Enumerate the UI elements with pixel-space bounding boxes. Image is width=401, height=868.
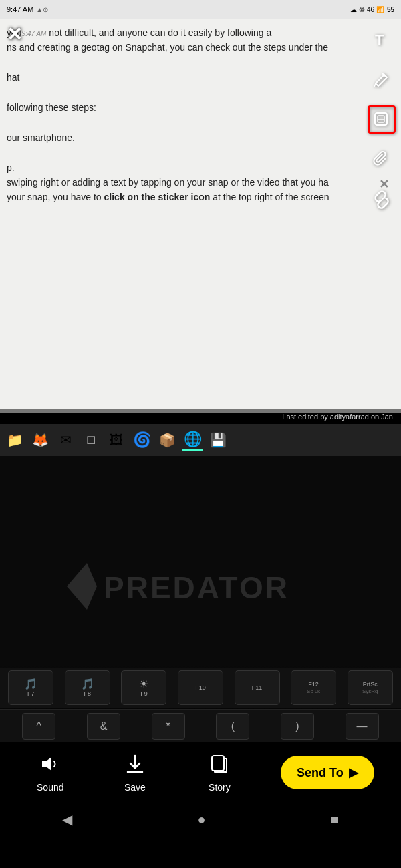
right-toolbar: T bbox=[368, 25, 396, 214]
taskbar-folder2-icon[interactable]: 📦 bbox=[156, 429, 178, 451]
asterisk-key[interactable]: * bbox=[152, 713, 185, 740]
svg-text:PREDATOR: PREDATOR bbox=[104, 570, 289, 605]
text-line-8: swiping right or adding a text by tappin… bbox=[7, 177, 329, 188]
status-icons-left: ▲⊙ bbox=[36, 6, 48, 13]
nav-home-button[interactable]: ● bbox=[197, 812, 205, 827]
send-to-label: Send To bbox=[297, 766, 344, 780]
status-icons-right: ☁ ⑩ 46 📶 55 bbox=[350, 6, 394, 13]
send-to-button[interactable]: Send To ▶ bbox=[281, 756, 374, 789]
taskbar-mail-icon[interactable]: ✉ bbox=[55, 429, 76, 451]
link-tool-icon[interactable] bbox=[368, 186, 396, 214]
f12-key[interactable]: F12 Sc Lk bbox=[291, 670, 336, 705]
save-icon-svg bbox=[124, 753, 146, 775]
nav-recent-button[interactable]: ■ bbox=[330, 812, 338, 827]
function-key-row: 🎵 F7 🎵 F8 ☀ F9 F10 F11 F12 Sc Lk PrtSc S… bbox=[0, 668, 401, 708]
text-line-4: hat bbox=[7, 72, 19, 83]
svg-marker-6 bbox=[67, 563, 97, 610]
prtsc-sublabel: SysRq bbox=[362, 688, 378, 694]
text-line-11: at the top right of the screen bbox=[210, 192, 329, 202]
sticker-tool-icon[interactable] bbox=[368, 105, 396, 134]
svg-rect-11 bbox=[212, 756, 224, 771]
attachment-tool-icon[interactable] bbox=[368, 146, 396, 174]
close-paren-key[interactable]: ) bbox=[281, 713, 314, 740]
taskbar: 📁 🦊 ✉ ☐ 🖼 🌀 📦 🌐 💾 bbox=[0, 424, 401, 456]
paperclip-icon-svg bbox=[372, 150, 391, 169]
f7-key[interactable]: 🎵 F7 bbox=[8, 670, 53, 705]
pencil-tool-icon[interactable] bbox=[368, 65, 396, 93]
text-line-9: your snap, you have to bbox=[7, 192, 104, 202]
t-icon-svg: T bbox=[372, 30, 391, 49]
open-paren-key[interactable]: ( bbox=[216, 713, 249, 740]
save-icon bbox=[124, 753, 146, 779]
bottom-toolbar: Sound Save Story Send To ▶ bbox=[0, 742, 401, 803]
text-line-5: following these steps: bbox=[7, 102, 96, 113]
save-button[interactable]: Save bbox=[112, 753, 158, 793]
pencil-icon-svg bbox=[372, 70, 391, 89]
document-content: you9:47 AM not difficult, and anyone can… bbox=[0, 19, 401, 413]
taskbar-drive-icon[interactable]: 💾 bbox=[207, 429, 229, 451]
text-line-6: our smartphone. bbox=[7, 132, 75, 143]
taskbar-files-icon[interactable]: ☐ bbox=[80, 429, 102, 451]
f10-label: F10 bbox=[195, 684, 206, 692]
svg-rect-3 bbox=[375, 113, 387, 125]
text-line-7: p. bbox=[7, 162, 15, 173]
battery-icon: ☁ ⑩ 46 📶 bbox=[350, 6, 384, 13]
f10-key[interactable]: F10 bbox=[178, 670, 223, 705]
f7-icon: 🎵 bbox=[24, 678, 37, 690]
f8-label: F8 bbox=[84, 690, 92, 698]
f9-label: F9 bbox=[140, 690, 148, 698]
story-icon bbox=[209, 753, 230, 779]
sound-button[interactable]: Sound bbox=[27, 753, 74, 793]
article-text: you9:47 AM not difficult, and anyone can… bbox=[7, 25, 361, 205]
story-icon-svg bbox=[209, 753, 230, 775]
link-icon-svg bbox=[372, 190, 391, 209]
taskbar-chrome-icon[interactable]: 🌐 bbox=[182, 429, 203, 451]
predator-logo-svg: PREDATOR bbox=[67, 560, 334, 613]
taskbar-image-icon[interactable]: 🖼 bbox=[106, 429, 127, 451]
sound-icon bbox=[39, 753, 61, 779]
battery-level: 55 bbox=[387, 6, 394, 13]
dash-key[interactable]: — bbox=[346, 713, 379, 740]
text-line-bold: click on the sticker icon bbox=[104, 192, 211, 202]
sound-label: Sound bbox=[37, 782, 63, 793]
story-button[interactable]: Story bbox=[196, 753, 243, 793]
sound-icon-svg bbox=[39, 753, 61, 775]
svg-line-1 bbox=[374, 83, 376, 87]
f9-icon: ☀ bbox=[139, 678, 148, 690]
nav-back-button[interactable]: ◀ bbox=[62, 811, 72, 827]
f8-key[interactable]: 🎵 F8 bbox=[65, 670, 110, 705]
last-edited-bar: Last edited by adityafarrad on Jan bbox=[0, 409, 401, 424]
text-line-2: not difficult, and anyone can do it easi… bbox=[49, 27, 271, 38]
story-label: Story bbox=[209, 782, 231, 793]
prtsc-label: PrtSc bbox=[363, 681, 378, 688]
text-tool-icon[interactable]: T bbox=[368, 25, 396, 53]
f7-label: F7 bbox=[27, 690, 35, 698]
time-display: 9:47 AM bbox=[7, 5, 33, 13]
symbol-key-row: ^ & * ( ) — bbox=[0, 709, 401, 742]
status-bar: 9:47 AM ▲⊙ ☁ ⑩ 46 📶 55 bbox=[0, 0, 401, 19]
last-edited-text: Last edited by adityafarrad on Jan bbox=[282, 413, 393, 421]
f12-label: F12 bbox=[308, 681, 319, 688]
prtsc-key[interactable]: PrtSc SysRq bbox=[348, 670, 393, 705]
taskbar-firefox-icon[interactable]: 🦊 bbox=[29, 429, 51, 451]
taskbar-folder-icon[interactable]: 📁 bbox=[4, 429, 25, 451]
f12-sublabel: Sc Lk bbox=[307, 688, 320, 694]
ampersand-key[interactable]: & bbox=[87, 713, 120, 740]
svg-rect-4 bbox=[378, 116, 384, 122]
save-label: Save bbox=[124, 782, 146, 793]
caret-key[interactable]: ^ bbox=[22, 713, 55, 740]
svg-text:T: T bbox=[375, 31, 384, 48]
android-nav-bar: ◀ ● ■ bbox=[0, 803, 401, 836]
taskbar-edge-icon[interactable]: 🌀 bbox=[131, 429, 152, 451]
f11-label: F11 bbox=[252, 684, 263, 692]
text-line-3: ns and creating a geotag on Snapchat, yo… bbox=[7, 42, 328, 53]
f8-icon: 🎵 bbox=[81, 678, 94, 690]
send-to-arrow-icon: ▶ bbox=[349, 765, 358, 780]
sticker-icon-svg bbox=[372, 110, 391, 129]
close-button[interactable]: ✕ bbox=[7, 23, 22, 45]
f9-key[interactable]: ☀ F9 bbox=[121, 670, 166, 705]
svg-marker-8 bbox=[42, 757, 51, 771]
f11-key[interactable]: F11 bbox=[235, 670, 280, 705]
status-time: 9:47 AM ▲⊙ bbox=[7, 5, 48, 13]
